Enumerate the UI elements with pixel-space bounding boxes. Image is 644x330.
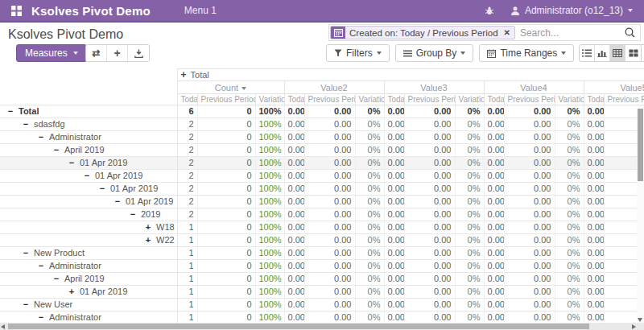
- pivot-cell: 0%: [455, 286, 484, 299]
- pivot-row-header[interactable]: −01 Apr 2019: [0, 170, 177, 183]
- pivot-row-header[interactable]: −Administrator: [0, 131, 177, 144]
- pivot-measure-count[interactable]: Count: [177, 81, 284, 94]
- collapse-row-icon[interactable]: −: [22, 299, 30, 311]
- pivot-cell: 0.00: [304, 208, 355, 221]
- pivot-cell: 0%: [355, 311, 384, 324]
- pivot-row-header[interactable]: −Administrator: [0, 260, 177, 273]
- pivot-row-header[interactable]: −April 2019: [0, 273, 177, 286]
- pivot-cell: 0.00: [404, 273, 455, 286]
- user-menu[interactable]: Administrator (o12_13): [510, 5, 633, 16]
- pivot-subheader-today[interactable]: Today: [284, 94, 304, 105]
- pivot-row-header[interactable]: −01 Apr 2019: [0, 196, 177, 208]
- pivot-cell: 0%: [555, 144, 584, 157]
- pivot-subheader-today[interactable]: Today: [384, 94, 404, 105]
- collapse-row-icon[interactable]: −: [22, 118, 30, 130]
- expand-column-icon[interactable]: +: [181, 69, 187, 80]
- pivot-cell: 0.00: [384, 157, 404, 170]
- collapse-row-icon[interactable]: −: [114, 196, 122, 208]
- scroll-down-arrow-icon[interactable]: [638, 318, 642, 322]
- nav-menu-1[interactable]: Menu 1: [184, 5, 217, 16]
- scroll-left-arrow-icon[interactable]: [1, 324, 5, 329]
- search-icon[interactable]: [624, 27, 636, 39]
- pivot-row-header[interactable]: +W22 2019: [0, 234, 177, 247]
- collapse-row-icon[interactable]: −: [129, 208, 137, 221]
- vertical-scrollbar[interactable]: [637, 105, 644, 323]
- pivot-subheader-variation[interactable]: Variation: [555, 94, 584, 105]
- pivot-row-header[interactable]: −New User: [0, 299, 177, 311]
- pivot-cell: 0.00: [504, 273, 555, 286]
- expand-row-icon[interactable]: +: [144, 221, 152, 233]
- pivot-cell: 0.00: [384, 299, 404, 311]
- pivot-row-header[interactable]: −Total: [0, 105, 177, 118]
- list-view-button[interactable]: [580, 45, 595, 61]
- pivot-row-header[interactable]: −sdasfdg: [0, 118, 177, 131]
- pivot-row-header[interactable]: −April 2019: [0, 144, 177, 157]
- pivot-subheader-previous-period[interactable]: Previous Period: [404, 94, 455, 105]
- group-by-button[interactable]: Group By: [395, 44, 474, 62]
- collapse-row-icon[interactable]: −: [52, 273, 60, 285]
- collapse-row-icon[interactable]: −: [6, 105, 14, 118]
- vertical-scrollbar-thumb[interactable]: [638, 109, 643, 181]
- pivot-measure-value3[interactable]: Value3: [384, 81, 484, 94]
- app-brand[interactable]: Ksolves Pivot Demo: [31, 4, 151, 18]
- download-xlsx-button[interactable]: [128, 45, 149, 61]
- pivot-subheader-previous-period[interactable]: Previous Period: [504, 94, 555, 105]
- expand-all-button[interactable]: +: [107, 45, 128, 61]
- pivot-cell: 0.00: [484, 311, 504, 324]
- collapse-row-icon[interactable]: −: [37, 311, 45, 324]
- bug-icon[interactable]: [485, 6, 494, 15]
- pivot-subheader-today[interactable]: Today: [484, 94, 504, 105]
- collapse-row-icon[interactable]: −: [98, 183, 106, 195]
- pivot-subheader-previous-period[interactable]: Previous Period: [604, 94, 644, 105]
- pivot-measure-value4[interactable]: Value4: [484, 81, 584, 94]
- pivot-column-total-header[interactable]: +Total: [177, 69, 644, 81]
- pivot-subheader-today[interactable]: Today: [584, 94, 604, 105]
- pivot-cell: 2: [177, 131, 197, 144]
- pivot-subheader-previous-period[interactable]: Previous Period: [197, 94, 255, 105]
- pivot-row-header[interactable]: −New Product: [0, 247, 177, 260]
- pivot-subheader-variation[interactable]: Variation: [355, 94, 384, 105]
- pivot-cell: 0.00: [304, 260, 355, 273]
- pivot-row-header[interactable]: −2019: [0, 208, 177, 221]
- pivot-cell: 0%: [355, 260, 384, 273]
- pivot-row: +W18 201910100%0.000.000%0.000.000%0.000…: [0, 221, 644, 234]
- pivot-cell: 0%: [355, 170, 384, 183]
- pivot-subheader-previous-period[interactable]: Previous Period: [304, 94, 355, 105]
- pivot-subheader-today[interactable]: Today: [177, 94, 197, 105]
- pivot-measure-value5[interactable]: Value5: [584, 81, 644, 94]
- horizontal-scrollbar-thumb[interactable]: [8, 324, 589, 329]
- pivot-subheader-variation[interactable]: Variation: [255, 94, 284, 105]
- calendar-icon: [331, 27, 345, 39]
- pivot-measure-value2[interactable]: Value2: [284, 81, 384, 94]
- search-input[interactable]: [515, 27, 624, 39]
- horizontal-scrollbar[interactable]: [0, 323, 644, 330]
- pivot-subheader-variation[interactable]: Variation: [455, 94, 484, 105]
- collapse-row-icon[interactable]: −: [52, 144, 60, 156]
- collapse-row-icon[interactable]: −: [37, 260, 45, 272]
- time-ranges-button[interactable]: Time Ranges: [479, 44, 574, 62]
- flip-axis-button[interactable]: ⇄: [86, 45, 107, 61]
- pivot-row-header[interactable]: −01 Apr 2019: [0, 157, 177, 170]
- pivot-cell: 0%: [555, 208, 584, 221]
- pivot-row-header[interactable]: −01 Apr 2019: [0, 183, 177, 196]
- filters-button[interactable]: Filters: [326, 44, 390, 62]
- pivot-row-header[interactable]: +01 Apr 2019: [0, 286, 177, 299]
- collapse-row-icon[interactable]: −: [22, 247, 30, 259]
- pivot-row-header[interactable]: −Administrator: [0, 311, 177, 324]
- expand-row-icon[interactable]: +: [144, 234, 152, 246]
- expand-row-icon[interactable]: +: [68, 286, 76, 298]
- pivot-cell: 0%: [555, 260, 584, 273]
- scroll-right-arrow-icon[interactable]: [632, 324, 636, 329]
- kanban-view-button[interactable]: [625, 45, 641, 61]
- measures-button[interactable]: Measures: [16, 44, 87, 62]
- pivot-row-header[interactable]: +W18 2019: [0, 221, 177, 234]
- pivot-cell: 0.00: [484, 105, 504, 118]
- collapse-row-icon[interactable]: −: [83, 170, 91, 182]
- pivot-view-button[interactable]: [610, 45, 625, 61]
- search-view[interactable]: Created on: Today / Previous Period ✕: [328, 24, 641, 41]
- facet-close-icon[interactable]: ✕: [502, 27, 514, 39]
- graph-view-button[interactable]: [595, 45, 610, 61]
- collapse-row-icon[interactable]: −: [37, 131, 45, 143]
- apps-grid-icon[interactable]: [11, 6, 22, 16]
- collapse-row-icon[interactable]: −: [68, 157, 76, 169]
